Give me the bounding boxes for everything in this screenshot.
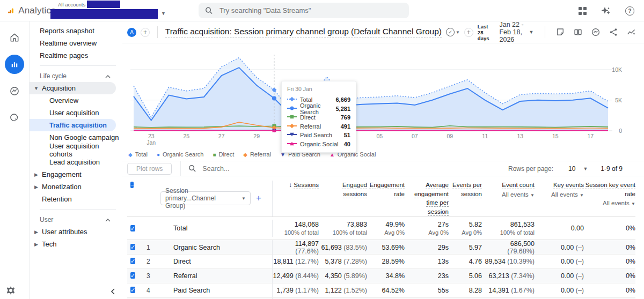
share-icon[interactable] bbox=[609, 27, 618, 37]
report-title[interactable]: Traffic acquisition: Session primary cha… bbox=[165, 27, 442, 38]
row-checkbox[interactable]: ✓ bbox=[130, 258, 135, 264]
column-header-engagement-rate[interactable]: Engagement rate bbox=[367, 181, 405, 198]
sidebar-item-realtime-pages[interactable]: Realtime pages bbox=[30, 49, 122, 62]
comparison-chip[interactable]: A bbox=[127, 28, 136, 37]
app-bar: Analytics All accounts > ▼ ? bbox=[0, 0, 644, 21]
chart-canvas[interactable]: 05K10K23Jan25272905070911131517 bbox=[127, 45, 636, 148]
table-row-paid-search[interactable]: ✓4Paid Search1,739 (1.17%)1,122 (1.52%)6… bbox=[127, 283, 635, 298]
column-filter[interactable]: All events ▼ bbox=[482, 191, 535, 198]
dimension-selector-label: Session primary...Channel Group) bbox=[165, 187, 236, 210]
help-icon[interactable]: ? bbox=[625, 6, 634, 16]
add-comparison-button[interactable]: + bbox=[141, 28, 150, 37]
column-header-session-key-event-rate[interactable]: Session key event rateAll events ▼ bbox=[584, 181, 635, 206]
rows-per-page-value[interactable]: 10 bbox=[568, 165, 575, 173]
legend-item-total[interactable]: ◆Total bbox=[128, 151, 148, 158]
apps-grid-icon[interactable] bbox=[579, 7, 587, 15]
legend-item-referral[interactable]: ◆Referral bbox=[243, 151, 271, 158]
row-checkbox[interactable]: ✓ bbox=[130, 225, 135, 231]
column-header-events-per-session[interactable]: Events per session bbox=[449, 181, 482, 198]
metric-cell: 28.59% bbox=[367, 258, 405, 265]
tooltip-series-marker-icon bbox=[287, 123, 297, 130]
nav-item-label: Monetization bbox=[42, 183, 82, 191]
chart-svg[interactable]: 05K10K23Jan25272905070911131517 bbox=[127, 45, 625, 146]
sidebar-item-tech[interactable]: ▶Tech bbox=[30, 238, 122, 250]
sidebar-item-overview[interactable]: Overview bbox=[30, 94, 122, 107]
sidebar-item-user-attributes[interactable]: ▶User attributes bbox=[30, 226, 122, 238]
svg-text:10K: 10K bbox=[612, 66, 622, 73]
sidebar-collapse-icon[interactable] bbox=[109, 288, 117, 297]
sidebar-item-user-acquisition-cohorts[interactable]: User acquisition cohorts bbox=[30, 144, 122, 156]
total-metric-sub: Avg 0% bbox=[405, 229, 449, 236]
select-all-checkbox[interactable]: − bbox=[130, 182, 134, 188]
tooltip-row: Organic Search5,281 bbox=[287, 104, 350, 114]
row-checkbox[interactable]: ✓ bbox=[130, 287, 135, 293]
row-checkbox[interactable]: ✓ bbox=[130, 244, 135, 250]
total-metric-value: 27s bbox=[405, 221, 449, 228]
sidebar-nav: Reports snapshotRealtime overviewRealtim… bbox=[30, 21, 122, 299]
column-filter[interactable]: All events ▼ bbox=[584, 200, 635, 206]
gemini-sparkle-icon[interactable] bbox=[601, 5, 611, 16]
global-search[interactable] bbox=[199, 3, 409, 18]
row-number: 1 bbox=[147, 244, 160, 251]
notes-icon[interactable] bbox=[555, 27, 565, 37]
channel-name-cell: Paid Search bbox=[160, 283, 273, 297]
total-label: Total bbox=[160, 225, 187, 232]
column-header-event-count[interactable]: Event countAll events ▼ bbox=[482, 181, 535, 198]
insights-icon[interactable] bbox=[591, 27, 601, 37]
sidebar-item-engagement[interactable]: ▶Engagement bbox=[30, 168, 122, 181]
table-row-referral[interactable]: ✓3Referral12,499 (8.44%)4,350 (5.89%)34.… bbox=[127, 269, 635, 283]
metric-cell: 12,499 (8.44%) bbox=[273, 272, 319, 280]
table-row-direct[interactable]: ✓2Direct18,811 (12.7%)5,378 (7.28%)28.59… bbox=[127, 255, 635, 269]
nav-item-label: Engagement bbox=[42, 170, 82, 178]
nav-item-label: User attributes bbox=[42, 228, 87, 236]
sidebar-item-traffic-acquisition[interactable]: Traffic acquisition bbox=[30, 119, 116, 131]
sidebar-item-life-cycle[interactable]: Life cycle bbox=[30, 70, 122, 82]
sidebar-item-realtime-overview[interactable]: Realtime overview bbox=[30, 37, 122, 49]
column-header-key-events[interactable]: Key eventsAll events ▼ bbox=[535, 181, 584, 198]
account-picker[interactable]: All accounts > ▼ bbox=[56, 0, 179, 21]
sidebar-item-monetization[interactable]: ▶Monetization bbox=[30, 181, 122, 193]
sessions-chart[interactable]: 05K10K23Jan25272905070911131517 ◆Total●O… bbox=[122, 43, 644, 160]
sidebar-item-user[interactable]: User bbox=[30, 213, 122, 226]
column-filter[interactable]: All events ▼ bbox=[535, 191, 584, 198]
date-range-picker[interactable]: Jan 22 - Feb 18, 2026 ▼ bbox=[499, 21, 533, 43]
report-saved-indicator[interactable]: ✓ ▼ bbox=[446, 28, 460, 36]
home-nav-icon[interactable] bbox=[5, 28, 24, 47]
global-search-input[interactable] bbox=[218, 6, 402, 15]
table-row-organic-search[interactable]: ✓1Organic Search114,897 (77.6%)61,693 (8… bbox=[127, 240, 635, 255]
total-metric-value: 5.82 bbox=[449, 221, 482, 228]
sidebar-item-retention[interactable]: Retention bbox=[30, 193, 122, 205]
column-header-average-engagement-time-per-session[interactable]: Average engagement time per session bbox=[405, 181, 449, 216]
chevron-down-icon[interactable]: ▼ bbox=[583, 166, 588, 171]
add-dimension-button[interactable]: + bbox=[256, 193, 261, 204]
admin-gear-icon[interactable] bbox=[5, 285, 16, 296]
dimension-selector[interactable]: Session primary...Channel Group)▼ bbox=[160, 191, 251, 205]
main-content: A + Traffic acquisition: Session primary… bbox=[122, 21, 644, 299]
column-header-sessions[interactable]: ↓ Sessions bbox=[273, 181, 319, 190]
sidebar-divider bbox=[40, 65, 116, 66]
table-search-input[interactable] bbox=[201, 165, 319, 173]
legend-item-organic-search[interactable]: ●Organic Search bbox=[157, 151, 203, 158]
tooltip-series-value: 5,281 bbox=[335, 106, 350, 112]
trendline-sparkle-icon[interactable] bbox=[626, 27, 636, 37]
tooltip-series-label: Referral bbox=[300, 123, 321, 130]
sidebar-item-acquisition[interactable]: ▼Acquisition bbox=[30, 82, 116, 94]
total-metric-cell: 148,068100% of total bbox=[273, 221, 319, 236]
reports-nav-icon[interactable] bbox=[5, 55, 24, 74]
legend-item-direct[interactable]: ■Direct bbox=[213, 151, 234, 158]
plot-rows-button[interactable]: Plot rows bbox=[127, 163, 172, 175]
column-header-engaged-sessions[interactable]: Engaged sessions bbox=[319, 181, 367, 198]
table-search[interactable] bbox=[188, 165, 319, 173]
add-report-button[interactable]: + bbox=[464, 28, 473, 37]
total-metric-sub: 100% of total bbox=[482, 229, 535, 236]
compare-icon[interactable] bbox=[573, 27, 583, 37]
analytics-logo[interactable]: Analytics bbox=[0, 5, 56, 17]
advertising-nav-icon[interactable] bbox=[5, 108, 24, 128]
explore-nav-icon[interactable] bbox=[5, 81, 24, 101]
column-label-text: Average engagement time per session bbox=[414, 182, 449, 215]
sidebar-item-user-acquisition[interactable]: User acquisition bbox=[30, 107, 122, 119]
sidebar-item-reports-snapshot[interactable]: Reports snapshot bbox=[30, 25, 122, 37]
toolbar-divider bbox=[180, 161, 181, 176]
row-checkbox[interactable]: ✓ bbox=[130, 272, 135, 279]
channel-name: Referral bbox=[160, 272, 197, 280]
